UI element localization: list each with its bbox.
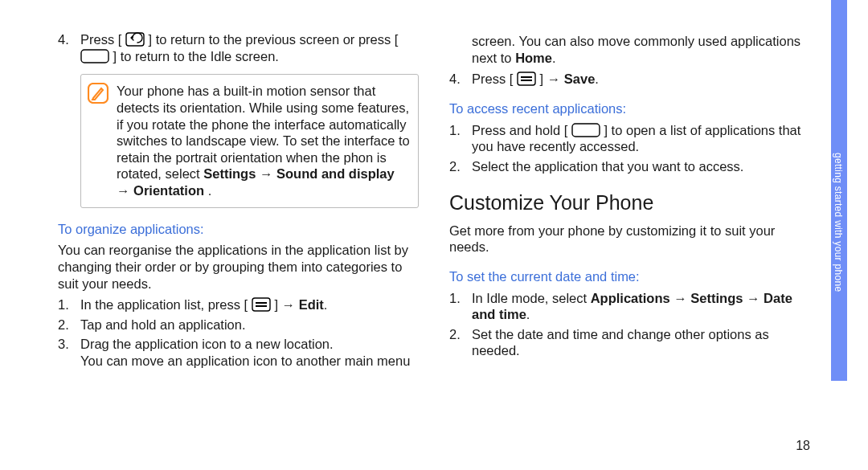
- list-number: 4.: [58, 31, 80, 64]
- svg-rect-8: [521, 80, 532, 81]
- list-number: 1.: [58, 296, 80, 313]
- organize-step-3: Drag the application icon to a new locat…: [80, 336, 419, 369]
- customize-intro: Get more from your phone by customizing …: [449, 223, 810, 255]
- page-number: 18: [796, 438, 810, 454]
- note-box: Your phone has a built-in motion sensor …: [80, 74, 419, 207]
- side-tab-label: getting started with your phone: [833, 153, 844, 292]
- step-4-text: Press [ ] to return to the previous scre…: [80, 31, 419, 64]
- home-key-icon: [80, 49, 109, 63]
- menu-key-icon: [252, 297, 271, 312]
- subhead-date-time: To set the current date and time:: [449, 268, 810, 285]
- datetime-step-2: Set the date and time and change other o…: [472, 326, 810, 359]
- screen-continuation: screen. You can also move commonly used …: [449, 33, 810, 66]
- svg-rect-5: [256, 305, 267, 307]
- list-number: 1.: [449, 290, 472, 323]
- note-icon: [88, 83, 108, 104]
- datetime-step-1: In Idle mode, select Applications → Sett…: [472, 290, 810, 323]
- list-number: 2.: [58, 317, 80, 333]
- home-key-icon: [571, 123, 600, 137]
- svg-rect-4: [256, 302, 267, 304]
- list-number: 3.: [58, 336, 80, 369]
- svg-rect-3: [252, 298, 270, 311]
- note-text: Your phone has a built-in motion sensor …: [117, 83, 410, 198]
- recent-step-1: Press and hold [ ] to open a list of app…: [472, 122, 810, 155]
- subhead-recent: To access recent applications:: [449, 100, 810, 117]
- organize-step-2: Tap and hold an application.: [80, 317, 419, 333]
- organize-intro: You can reorganise the applications in t…: [58, 242, 419, 292]
- organize-step-4: Press [ ] → Save.: [472, 71, 810, 88]
- heading-customize: Customize Your Phone: [449, 190, 810, 215]
- back-key-icon: [125, 32, 145, 47]
- list-number: 2.: [449, 158, 472, 175]
- subhead-organize: To organize applications:: [58, 221, 419, 238]
- list-number: 4.: [449, 71, 472, 88]
- list-number: 2.: [449, 326, 472, 359]
- svg-rect-6: [518, 72, 535, 85]
- organize-step-1: In the application list, press [ ] → Edi…: [80, 296, 419, 313]
- recent-step-2: Select the application that you want to …: [472, 158, 810, 175]
- svg-rect-7: [521, 76, 532, 78]
- menu-key-icon: [517, 72, 536, 86]
- svg-rect-1: [81, 50, 108, 63]
- svg-rect-9: [572, 124, 600, 137]
- list-number: 1.: [449, 122, 472, 155]
